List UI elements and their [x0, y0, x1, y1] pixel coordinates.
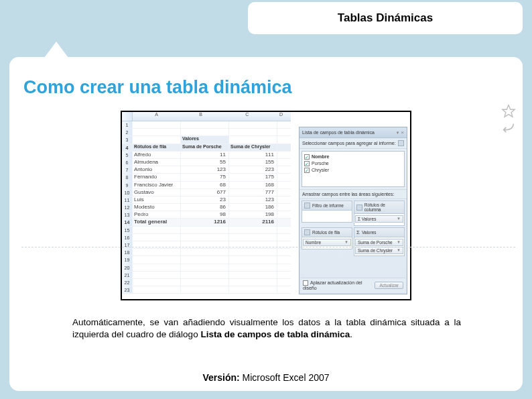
row-name: Luis — [133, 196, 181, 203]
area-columns[interactable]: Rótulos de columna Σ Valores▼ — [354, 201, 405, 226]
row-name: Almudena — [133, 159, 181, 166]
defer-label: Aplazar actualización del diseño — [303, 280, 362, 290]
excel-screenshot: A B C D 1 2 3Valores 4 Rótulos de fila S… — [121, 111, 411, 300]
field-item[interactable]: ✓Nombre — [304, 154, 402, 160]
defer-checkbox[interactable]: . — [303, 280, 308, 286]
col-d: D — [271, 112, 291, 121]
header-title: Tablas Dinámicas — [338, 11, 433, 25]
field-item[interactable]: ✓Porsche — [304, 160, 402, 167]
pivot-table-grid: A B C D 1 2 3Valores 4 Rótulos de fila S… — [122, 112, 291, 299]
total-label: Total general — [133, 219, 181, 225]
row-name: Fernando — [133, 174, 181, 180]
pane-footer: .Aplazar actualización del diseño Actual… — [301, 278, 405, 292]
footer-value: Microsoft Excel 2007 — [243, 372, 330, 383]
hdr-porsche: Suma de Porsche — [181, 144, 229, 151]
pivot-field-pane: Lista de campos de tabla dinámica ▼ × Se… — [299, 127, 407, 294]
chip-suma-porsche[interactable]: Suma de Porsche▼ — [355, 239, 403, 246]
svg-marker-0 — [503, 105, 515, 117]
row-name: Gustavo — [133, 189, 181, 196]
area-filter[interactable]: Filtro de informe — [302, 201, 352, 226]
row-name: Antonio — [133, 166, 181, 173]
filter-icon — [304, 203, 310, 209]
field-list: ✓Nombre ✓Porsche ✓Chrysler — [302, 151, 405, 187]
star-icon — [501, 104, 516, 119]
row-name: Modesto — [133, 204, 181, 211]
rows-icon — [304, 229, 310, 235]
row-name: Francisco Javier — [133, 182, 181, 188]
pane-subtitle-row: Seleccionar campos para agregar al infor… — [300, 138, 407, 149]
col-b: B — [179, 112, 225, 121]
valores-header: Valores — [181, 136, 229, 143]
layout-options-icon[interactable] — [398, 140, 404, 146]
col-a: A — [133, 112, 179, 121]
field-item[interactable]: ✓Chrysler — [304, 167, 402, 174]
footer: Versión: Microsoft Excel 2007 — [0, 372, 532, 383]
pane-titlebar: Lista de campos de tabla dinámica ▼ × — [300, 127, 407, 138]
row-name: Pedro — [133, 211, 181, 218]
chip-sigma-valores[interactable]: Σ Valores▼ — [355, 215, 403, 223]
page-title: Como crear una tabla dinámica — [23, 77, 292, 98]
chip-nombre[interactable]: Nombre▼ — [303, 239, 351, 246]
column-headers: A B C D — [122, 112, 291, 121]
pane-subtitle: Seleccionar campos para agregar al infor… — [302, 141, 396, 146]
areas-label: Arrastrar campos entre las áreas siguien… — [300, 189, 407, 199]
description-text: Automáticamente, se van añadiendo visual… — [72, 317, 461, 341]
chevron-down-icon[interactable]: ▼ — [395, 131, 399, 135]
chip-suma-chrysler[interactable]: Suma de Chrysler▼ — [355, 247, 403, 254]
col-c: C — [225, 112, 271, 121]
hdr-chrysler: Suma de Chrysler — [229, 144, 277, 151]
columns-icon — [356, 205, 362, 211]
pointer-triangle — [44, 42, 68, 58]
update-button[interactable]: Actualizar — [375, 282, 403, 289]
hdr-rowlabels: Rótulos de fila — [133, 144, 181, 151]
footer-label: Versión: — [202, 372, 239, 383]
header-tab: Tablas Dinámicas — [248, 2, 523, 34]
pane-title: Lista de campos de tabla dinámica — [302, 130, 375, 135]
area-values[interactable]: ΣΣ ValoresValores Suma de Porsche▼ Suma … — [354, 227, 405, 256]
row-name: Alfredo — [133, 152, 181, 158]
area-rows[interactable]: Rótulos de fila Nombre▼ — [302, 227, 352, 256]
divider-line — [21, 247, 515, 247]
undo-arrow-icon — [501, 121, 516, 133]
close-icon[interactable]: × — [401, 129, 404, 135]
